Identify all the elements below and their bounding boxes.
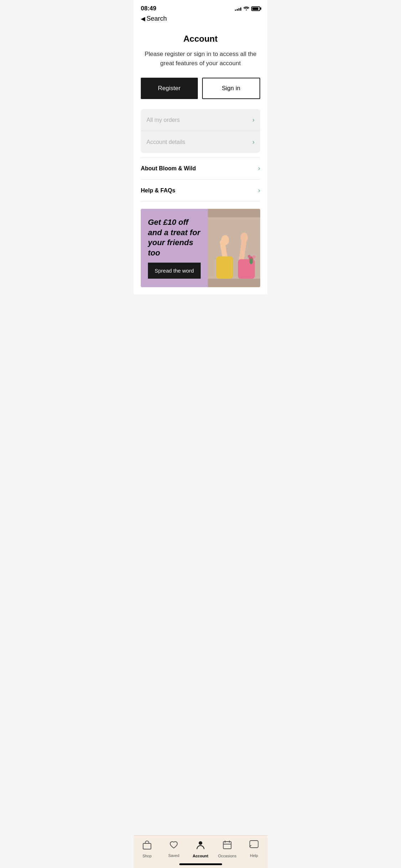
active-menu-section: About Bloom & Wild › Help & FAQs › [141, 157, 260, 202]
svg-point-11 [248, 255, 251, 258]
all-orders-label: All my orders [146, 117, 180, 123]
page-title: Account [141, 27, 260, 50]
auth-buttons: Register Sign in [141, 78, 260, 99]
svg-point-10 [252, 255, 255, 258]
about-bloom-label: About Bloom & Wild [141, 165, 196, 172]
promo-banner: Get £10 off and a treat for your friends… [141, 209, 260, 287]
help-faqs-label: Help & FAQs [141, 187, 175, 194]
chevron-right-icon: › [258, 165, 260, 172]
svg-point-12 [249, 259, 252, 264]
nav-back[interactable]: ◀ Search [134, 14, 267, 27]
help-faqs-item[interactable]: Help & FAQs › [141, 179, 260, 201]
chevron-right-icon: › [252, 138, 255, 146]
gray-background [134, 294, 267, 366]
svg-rect-7 [216, 257, 233, 279]
locked-menu-section: All my orders › Account details › [141, 109, 260, 153]
signin-button[interactable]: Sign in [202, 78, 261, 99]
back-label: Search [146, 15, 167, 22]
promo-title: Get £10 off and a treat for your friends… [148, 217, 201, 258]
register-button[interactable]: Register [141, 78, 198, 99]
page-subtitle: Please register or sign in to access all… [141, 50, 260, 78]
promo-image-svg [208, 209, 261, 287]
promo-left-panel: Get £10 off and a treat for your friends… [141, 209, 208, 287]
signal-icon [235, 6, 241, 11]
promo-image [208, 209, 261, 287]
status-bar: 08:49 [134, 0, 267, 14]
svg-point-5 [221, 235, 229, 245]
main-content: Account Please register or sign in to ac… [134, 27, 267, 294]
svg-point-6 [240, 233, 247, 242]
wifi-icon [243, 6, 249, 11]
status-icons [235, 6, 260, 11]
back-arrow-icon: ◀ [141, 15, 145, 22]
status-time: 08:49 [141, 5, 156, 12]
chevron-right-icon: › [252, 116, 255, 124]
account-details-label: Account details [146, 139, 185, 145]
spread-word-button[interactable]: Spread the word [148, 263, 201, 279]
battery-icon [251, 6, 260, 11]
about-bloom-item[interactable]: About Bloom & Wild › [141, 157, 260, 179]
all-orders-item[interactable]: All my orders › [141, 109, 260, 131]
account-details-item[interactable]: Account details › [141, 131, 260, 153]
chevron-right-icon: › [258, 187, 260, 194]
